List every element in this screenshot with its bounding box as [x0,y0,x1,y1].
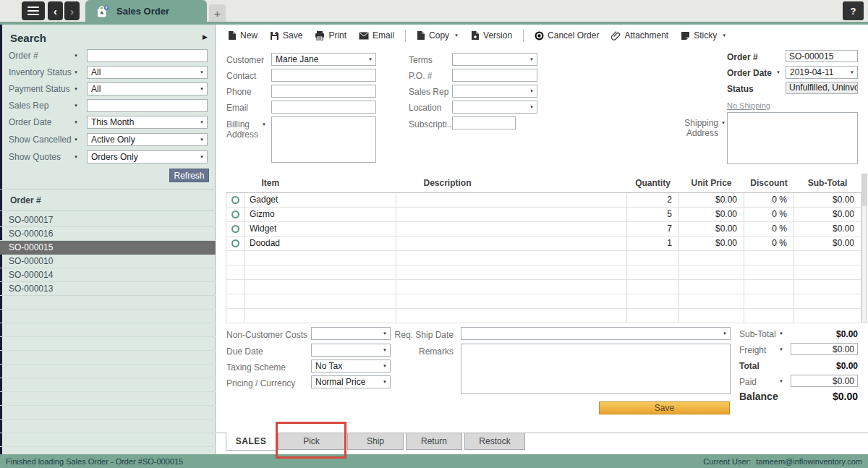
toolbar-separator [405,30,406,42]
cancel-circle-icon [535,31,544,41]
phone-input[interactable] [271,85,376,98]
new-tab-button[interactable]: + [209,4,226,22]
table-row-empty[interactable] [226,265,861,279]
forward-button[interactable]: › [64,1,80,20]
back-button[interactable]: ‹ [48,1,63,20]
chevron-down-icon[interactable]: ▼ [779,379,783,383]
menu-button[interactable] [22,1,45,20]
filter-inventory-status-select[interactable]: All ▼ [87,66,208,79]
filter-show-quotes-select[interactable]: Orders Only ▼ [87,150,208,163]
column-header-item[interactable]: Item [244,174,396,192]
restock-button[interactable]: Restock [464,433,525,450]
save-order-button[interactable]: Save [599,401,730,414]
freight-input[interactable] [791,343,858,355]
title-bar: ‹ › Sales Order + ? [0,0,868,22]
tab-sales[interactable]: SALES [226,433,276,451]
collapse-panel-icon[interactable]: ▶ [203,33,208,41]
table-row[interactable]: Widget 7 $0.00 0 % $0.00 [226,221,861,236]
chevron-down-icon[interactable]: ▼ [779,331,783,336]
sales-rep-select[interactable]: ▼ [452,85,537,98]
attachment-button[interactable]: Attachment [608,29,672,42]
req-ship-date-label: Req. Ship Date [391,330,454,340]
table-row[interactable]: Gizmo 5 $0.00 0 % $0.00 [226,207,861,221]
refresh-button[interactable]: Refresh [169,169,209,182]
due-date-select[interactable]: ▼ [311,344,391,357]
filter-label-inventory-status: Inventory Status [9,67,72,77]
chevron-down-icon[interactable]: ▼ [74,120,78,124]
row-status-circle-icon [231,210,239,218]
order-date-select[interactable]: 2019-04-11 ▼ [786,66,858,79]
column-header-quantity[interactable]: Quantity [627,174,679,192]
ship-button[interactable]: Ship [347,433,404,450]
table-row-empty[interactable] [226,294,861,308]
balance-value: $0.00 [796,391,858,402]
customer-label: Customer [226,55,264,65]
email-input[interactable] [271,101,376,114]
table-row[interactable]: Gadget 2 $0.00 0 % $0.00 [226,192,861,207]
order-no-input[interactable] [786,50,858,62]
list-item[interactable]: SO-000014 [0,268,216,282]
chevron-down-icon[interactable]: ▼ [74,54,78,58]
list-item[interactable]: SO-000013 [0,282,216,296]
table-row-empty[interactable] [226,308,861,323]
email-button[interactable]: Email [355,29,398,42]
chevron-down-icon[interactable]: ▼ [779,347,783,352]
pricing-currency-select[interactable]: Normal Price ▼ [311,375,391,388]
chevron-down-icon[interactable]: ▼ [721,121,726,125]
customer-select[interactable]: Marie Jane ▼ [271,53,376,66]
help-button[interactable]: ? [843,1,864,20]
column-header-unit-price[interactable]: Unit Price [679,174,744,192]
location-select[interactable]: ▼ [452,101,537,114]
billing-address-textarea[interactable] [271,116,376,163]
contact-input[interactable] [271,69,376,82]
column-header-description[interactable]: Description [396,174,627,192]
no-shipping-link[interactable]: No Shipping [727,101,770,110]
pick-button[interactable]: Pick [278,433,345,450]
table-row-empty[interactable] [226,250,861,265]
chevron-down-icon[interactable]: ▼ [776,70,780,75]
shipping-address-textarea[interactable] [727,112,858,164]
req-ship-date-select[interactable]: ▼ [461,327,731,340]
tab-sales-order[interactable]: Sales Order [85,0,207,22]
filter-label-order-no: Order # [9,51,38,61]
items-table-scrollbar[interactable] [861,174,867,323]
filter-payment-status-select[interactable]: All ▼ [87,82,208,95]
sticky-button[interactable]: Sticky ▼ [677,29,730,42]
filter-order-date-select[interactable]: This Month ▼ [87,116,208,129]
chevron-down-icon[interactable]: ▼ [74,155,78,159]
print-button[interactable]: Print [311,29,350,42]
list-item[interactable]: SO-000010 [0,255,216,268]
remarks-textarea[interactable] [461,344,731,394]
chevron-down-icon[interactable]: ▼ [74,137,78,142]
copy-button[interactable]: Copy ▼ [413,29,462,42]
chevron-down-icon[interactable]: ▼ [74,87,78,91]
chevron-down-icon[interactable]: ▼ [74,103,78,108]
filter-show-cancelled-select[interactable]: Active Only ▼ [87,133,208,146]
chevron-down-icon[interactable]: ▼ [74,70,78,75]
subscription-input[interactable] [452,116,516,129]
row-status-circle-icon [231,196,239,204]
column-header-sub-total[interactable]: Sub-Total [794,174,861,192]
filter-sales-rep-input[interactable] [87,99,208,112]
list-item[interactable]: SO-000017 [0,213,216,227]
filter-order-no-input[interactable] [87,49,208,62]
list-item-selected[interactable]: SO-000015 [0,241,216,255]
chevron-down-icon: ▼ [200,87,204,91]
paid-input[interactable] [791,375,858,387]
terms-select[interactable]: ▼ [452,53,537,66]
table-row[interactable]: Doodad 1 $0.00 0 % $0.00 [226,236,861,250]
list-item[interactable]: SO-000016 [0,227,216,241]
return-button[interactable]: Return [406,433,462,450]
cancel-order-button[interactable]: Cancel Order [531,29,603,42]
non-customer-costs-select[interactable]: ▼ [311,327,391,340]
chevron-down-icon[interactable]: ▼ [262,122,266,127]
column-header-discount[interactable]: Discount [744,174,794,192]
paperclip-icon [611,31,621,41]
po-number-input[interactable] [452,69,537,82]
version-button[interactable]: Version [467,29,516,42]
new-button[interactable]: New [224,29,261,42]
taxing-scheme-select[interactable]: No Tax ▼ [311,359,391,373]
save-button[interactable]: Save [266,29,306,42]
table-row-empty[interactable] [226,279,861,294]
items-table-header: Item Description Quantity Unit Price Dis… [226,174,861,192]
